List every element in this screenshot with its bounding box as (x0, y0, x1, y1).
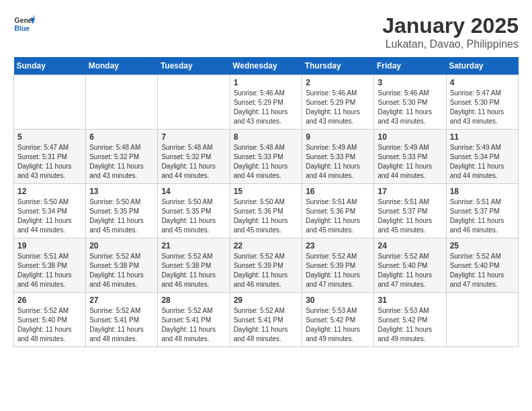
calendar-cell (446, 293, 518, 347)
day-number: 28 (161, 295, 226, 305)
calendar-cell: 24Sunrise: 5:52 AM Sunset: 5:40 PM Dayli… (374, 238, 446, 293)
day-info: Sunrise: 5:51 AM Sunset: 5:37 PM Dayligh… (378, 197, 442, 235)
day-number: 24 (378, 241, 442, 250)
weekday-header-saturday: Saturday (446, 57, 518, 75)
day-info: Sunrise: 5:49 AM Sunset: 5:34 PM Dayligh… (450, 143, 515, 181)
day-info: Sunrise: 5:47 AM Sunset: 5:31 PM Dayligh… (17, 143, 82, 181)
calendar-cell (86, 75, 158, 130)
calendar-cell: 8Sunrise: 5:48 AM Sunset: 5:33 PM Daylig… (230, 130, 302, 184)
day-info: Sunrise: 5:48 AM Sunset: 5:32 PM Dayligh… (89, 143, 154, 181)
day-number: 22 (234, 241, 299, 250)
calendar-cell: 20Sunrise: 5:52 AM Sunset: 5:38 PM Dayli… (86, 238, 158, 293)
calendar-cell: 2Sunrise: 5:46 AM Sunset: 5:29 PM Daylig… (302, 75, 374, 130)
day-number: 10 (378, 132, 442, 142)
calendar-cell: 21Sunrise: 5:52 AM Sunset: 5:38 PM Dayli… (158, 238, 230, 293)
day-info: Sunrise: 5:52 AM Sunset: 5:40 PM Dayligh… (378, 252, 442, 289)
day-info: Sunrise: 5:52 AM Sunset: 5:38 PM Dayligh… (89, 252, 154, 289)
day-number: 2 (306, 78, 370, 87)
weekday-header-row: SundayMondayTuesdayWednesdayThursdayFrid… (14, 57, 519, 75)
calendar-cell: 10Sunrise: 5:49 AM Sunset: 5:33 PM Dayli… (374, 130, 446, 184)
day-number: 25 (450, 241, 515, 250)
calendar-cell (14, 75, 86, 130)
calendar-cell: 13Sunrise: 5:50 AM Sunset: 5:35 PM Dayli… (86, 184, 158, 238)
day-info: Sunrise: 5:52 AM Sunset: 5:39 PM Dayligh… (234, 252, 299, 289)
day-info: Sunrise: 5:50 AM Sunset: 5:35 PM Dayligh… (161, 197, 226, 235)
calendar-cell: 22Sunrise: 5:52 AM Sunset: 5:39 PM Dayli… (230, 238, 302, 293)
day-info: Sunrise: 5:50 AM Sunset: 5:35 PM Dayligh… (89, 197, 154, 235)
day-info: Sunrise: 5:53 AM Sunset: 5:42 PM Dayligh… (306, 306, 370, 344)
day-number: 17 (378, 187, 442, 196)
calendar-cell: 30Sunrise: 5:53 AM Sunset: 5:42 PM Dayli… (302, 293, 374, 347)
title-block: January 2025 Lukatan, Davao, Philippines (382, 13, 519, 50)
day-number: 11 (450, 132, 515, 142)
day-number: 27 (89, 295, 154, 305)
calendar-week-row: 1Sunrise: 5:46 AM Sunset: 5:29 PM Daylig… (14, 75, 519, 130)
day-number: 30 (306, 295, 370, 305)
day-info: Sunrise: 5:46 AM Sunset: 5:29 PM Dayligh… (306, 89, 370, 126)
day-info: Sunrise: 5:50 AM Sunset: 5:36 PM Dayligh… (234, 197, 299, 235)
day-info: Sunrise: 5:51 AM Sunset: 5:36 PM Dayligh… (306, 197, 370, 235)
day-info: Sunrise: 5:52 AM Sunset: 5:40 PM Dayligh… (450, 252, 515, 289)
day-number: 8 (234, 132, 299, 142)
calendar-cell: 5Sunrise: 5:47 AM Sunset: 5:31 PM Daylig… (14, 130, 86, 184)
weekday-header-wednesday: Wednesday (230, 57, 302, 75)
calendar-cell: 1Sunrise: 5:46 AM Sunset: 5:29 PM Daylig… (230, 75, 302, 130)
calendar-cell: 12Sunrise: 5:50 AM Sunset: 5:34 PM Dayli… (14, 184, 86, 238)
calendar-cell (158, 75, 230, 130)
day-number: 1 (234, 78, 299, 87)
calendar-cell: 15Sunrise: 5:50 AM Sunset: 5:36 PM Dayli… (230, 184, 302, 238)
page-header: General Blue January 2025 Lukatan, Davao… (13, 13, 519, 50)
day-info: Sunrise: 5:52 AM Sunset: 5:39 PM Dayligh… (306, 252, 370, 289)
day-info: Sunrise: 5:52 AM Sunset: 5:38 PM Dayligh… (161, 252, 226, 289)
weekday-header-tuesday: Tuesday (158, 57, 230, 75)
weekday-header-sunday: Sunday (14, 57, 86, 75)
calendar-cell: 14Sunrise: 5:50 AM Sunset: 5:35 PM Dayli… (158, 184, 230, 238)
calendar-week-row: 26Sunrise: 5:52 AM Sunset: 5:40 PM Dayli… (14, 293, 519, 347)
calendar-cell: 27Sunrise: 5:52 AM Sunset: 5:41 PM Dayli… (86, 293, 158, 347)
day-info: Sunrise: 5:51 AM Sunset: 5:37 PM Dayligh… (450, 197, 515, 235)
day-number: 9 (306, 132, 370, 142)
calendar-week-row: 5Sunrise: 5:47 AM Sunset: 5:31 PM Daylig… (14, 130, 519, 184)
day-info: Sunrise: 5:52 AM Sunset: 5:41 PM Dayligh… (161, 306, 226, 344)
day-number: 4 (450, 78, 515, 87)
calendar-cell: 28Sunrise: 5:52 AM Sunset: 5:41 PM Dayli… (158, 293, 230, 347)
day-info: Sunrise: 5:48 AM Sunset: 5:32 PM Dayligh… (161, 143, 226, 181)
day-number: 3 (378, 78, 442, 87)
calendar-week-row: 12Sunrise: 5:50 AM Sunset: 5:34 PM Dayli… (14, 184, 519, 238)
location-subtitle: Lukatan, Davao, Philippines (382, 38, 519, 50)
calendar-cell: 25Sunrise: 5:52 AM Sunset: 5:40 PM Dayli… (446, 238, 518, 293)
logo: General Blue (13, 13, 35, 35)
calendar-cell: 17Sunrise: 5:51 AM Sunset: 5:37 PM Dayli… (374, 184, 446, 238)
day-info: Sunrise: 5:52 AM Sunset: 5:41 PM Dayligh… (234, 306, 299, 344)
day-number: 12 (17, 187, 82, 196)
day-number: 31 (378, 295, 442, 305)
day-number: 13 (89, 187, 154, 196)
calendar-cell: 3Sunrise: 5:46 AM Sunset: 5:30 PM Daylig… (374, 75, 446, 130)
svg-text:Blue: Blue (15, 25, 30, 32)
calendar-cell: 9Sunrise: 5:49 AM Sunset: 5:33 PM Daylig… (302, 130, 374, 184)
day-info: Sunrise: 5:52 AM Sunset: 5:40 PM Dayligh… (17, 306, 82, 344)
calendar-week-row: 19Sunrise: 5:51 AM Sunset: 5:38 PM Dayli… (14, 238, 519, 293)
day-info: Sunrise: 5:51 AM Sunset: 5:38 PM Dayligh… (17, 252, 82, 289)
calendar-cell: 11Sunrise: 5:49 AM Sunset: 5:34 PM Dayli… (446, 130, 518, 184)
day-info: Sunrise: 5:48 AM Sunset: 5:33 PM Dayligh… (234, 143, 299, 181)
day-info: Sunrise: 5:46 AM Sunset: 5:30 PM Dayligh… (378, 89, 442, 126)
month-year-title: January 2025 (382, 13, 519, 38)
day-number: 29 (234, 295, 299, 305)
day-number: 18 (450, 187, 515, 196)
day-info: Sunrise: 5:53 AM Sunset: 5:42 PM Dayligh… (378, 306, 442, 344)
day-number: 14 (161, 187, 226, 196)
day-number: 6 (89, 132, 154, 142)
day-number: 21 (161, 241, 226, 250)
calendar-cell: 16Sunrise: 5:51 AM Sunset: 5:36 PM Dayli… (302, 184, 374, 238)
calendar-cell: 18Sunrise: 5:51 AM Sunset: 5:37 PM Dayli… (446, 184, 518, 238)
calendar-cell: 29Sunrise: 5:52 AM Sunset: 5:41 PM Dayli… (230, 293, 302, 347)
calendar-cell: 23Sunrise: 5:52 AM Sunset: 5:39 PM Dayli… (302, 238, 374, 293)
calendar-cell: 6Sunrise: 5:48 AM Sunset: 5:32 PM Daylig… (86, 130, 158, 184)
day-number: 23 (306, 241, 370, 250)
day-info: Sunrise: 5:49 AM Sunset: 5:33 PM Dayligh… (378, 143, 442, 181)
calendar-cell: 7Sunrise: 5:48 AM Sunset: 5:32 PM Daylig… (158, 130, 230, 184)
calendar-cell: 4Sunrise: 5:47 AM Sunset: 5:30 PM Daylig… (446, 75, 518, 130)
calendar-table: SundayMondayTuesdayWednesdayThursdayFrid… (13, 57, 519, 347)
weekday-header-friday: Friday (374, 57, 446, 75)
